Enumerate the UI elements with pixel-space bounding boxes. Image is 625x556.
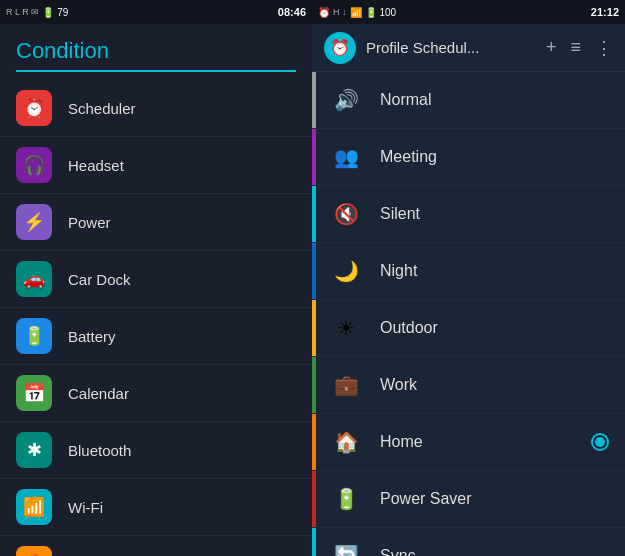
sync-label: Sync	[380, 547, 609, 556]
menu-item-scheduler[interactable]: ⏰ Scheduler	[0, 80, 312, 137]
power-saver-label: Power Saver	[380, 490, 609, 508]
sync-accent	[312, 528, 316, 556]
wifi-icon: 📶	[16, 489, 52, 525]
profile-item-outdoor[interactable]: ☀ Outdoor	[312, 300, 625, 357]
condition-divider	[16, 70, 296, 72]
profile-item-home[interactable]: 🏠 Home	[312, 414, 625, 471]
silent-icon: 🔇	[328, 196, 364, 232]
calendar-icon: 📅	[16, 375, 52, 411]
more-menu-button[interactable]: ⋮	[595, 37, 613, 59]
profile-item-power-saver[interactable]: 🔋 Power Saver	[312, 471, 625, 528]
outdoor-accent	[312, 300, 316, 356]
battery-icon-left: 🔋	[42, 7, 54, 18]
profile-item-normal[interactable]: 🔊 Normal	[312, 72, 625, 129]
work-accent	[312, 357, 316, 413]
outdoor-icon: ☀	[328, 310, 364, 346]
status-icons-right: ⏰ H ↓ 📶 🔋 100	[318, 7, 396, 18]
night-accent	[312, 243, 316, 299]
menu-list: ⏰ Scheduler 🎧 Headset ⚡ Power 🚗 Car Dock…	[0, 80, 312, 556]
battery-level-right: 100	[380, 7, 397, 18]
meeting-label: Meeting	[380, 148, 609, 166]
menu-item-headset[interactable]: 🎧 Headset	[0, 137, 312, 194]
clock-icon: ⏰	[330, 38, 350, 57]
left-panel: R L R ✉ 🔋 79 08:46 Condition ⏰ Scheduler…	[0, 0, 312, 556]
battery-icon: 🔋	[16, 318, 52, 354]
signal-icon: 📶	[350, 7, 362, 18]
car-dock-icon: 🚗	[16, 261, 52, 297]
outdoor-label: Outdoor	[380, 319, 609, 337]
status-icons-left: R L R ✉ 🔋 79	[6, 7, 68, 18]
normal-icon: 🔊	[328, 82, 364, 118]
location-icon: 📍	[16, 546, 52, 556]
power-icon: ⚡	[16, 204, 52, 240]
normal-label: Normal	[380, 91, 609, 109]
status-bar-right: ⏰ H ↓ 📶 🔋 100 21:12	[312, 0, 625, 24]
night-label: Night	[380, 262, 609, 280]
menu-item-location[interactable]: 📍 Location	[0, 536, 312, 556]
wifi-label: Wi-Fi	[68, 499, 103, 516]
bluetooth-icon: ✱	[16, 432, 52, 468]
time-left: 08:46	[278, 6, 306, 18]
toolbar-actions: + ≡ ⋮	[546, 37, 613, 59]
silent-accent	[312, 186, 316, 242]
headset-icon: 🎧	[16, 147, 52, 183]
battery-icon-right: 🔋	[365, 7, 377, 18]
right-panel: ⏰ H ↓ 📶 🔋 100 21:12 ⏰ Profile Schedul...…	[312, 0, 625, 556]
power-label: Power	[68, 214, 111, 231]
toolbar: ⏰ Profile Schedul... + ≡ ⋮	[312, 24, 625, 72]
profile-item-sync[interactable]: 🔄 Sync	[312, 528, 625, 556]
scheduler-label: Scheduler	[68, 100, 136, 117]
battery-label: Battery	[68, 328, 116, 345]
headset-label: Headset	[68, 157, 124, 174]
menu-item-battery[interactable]: 🔋 Battery	[0, 308, 312, 365]
status-icons-text-right: H ↓	[333, 7, 347, 17]
menu-item-power[interactable]: ⚡ Power	[0, 194, 312, 251]
work-icon: 💼	[328, 367, 364, 403]
menu-item-car-dock[interactable]: 🚗 Car Dock	[0, 251, 312, 308]
condition-title: Condition	[16, 38, 296, 64]
power-saver-accent	[312, 471, 316, 527]
work-label: Work	[380, 376, 609, 394]
calendar-label: Calendar	[68, 385, 129, 402]
normal-accent	[312, 72, 316, 128]
status-bar-left: R L R ✉ 🔋 79 08:46	[0, 0, 312, 24]
menu-item-calendar[interactable]: 📅 Calendar	[0, 365, 312, 422]
meeting-accent	[312, 129, 316, 185]
silent-label: Silent	[380, 205, 609, 223]
toolbar-app-icon: ⏰	[324, 32, 356, 64]
home-label: Home	[380, 433, 591, 451]
bluetooth-label: Bluetooth	[68, 442, 131, 459]
profile-item-meeting[interactable]: 👥 Meeting	[312, 129, 625, 186]
night-icon: 🌙	[328, 253, 364, 289]
list-view-button[interactable]: ≡	[570, 37, 581, 58]
home-icon: 🏠	[328, 424, 364, 460]
toolbar-title: Profile Schedul...	[366, 39, 546, 56]
time-right: 21:12	[591, 6, 619, 18]
sync-icon: 🔄	[328, 538, 364, 556]
home-radio	[591, 433, 609, 451]
condition-header: Condition	[0, 24, 312, 80]
add-button[interactable]: +	[546, 37, 557, 58]
profile-list: 🔊 Normal 👥 Meeting 🔇 Silent 🌙 Night ☀ Ou…	[312, 72, 625, 556]
alarm-icon: ⏰	[318, 7, 330, 18]
meeting-icon: 👥	[328, 139, 364, 175]
home-accent	[312, 414, 316, 470]
menu-item-wifi[interactable]: 📶 Wi-Fi	[0, 479, 312, 536]
status-icons-text: R L R ✉	[6, 7, 39, 17]
battery-level-left: 79	[57, 7, 68, 18]
profile-item-work[interactable]: 💼 Work	[312, 357, 625, 414]
scheduler-icon: ⏰	[16, 90, 52, 126]
menu-item-bluetooth[interactable]: ✱ Bluetooth	[0, 422, 312, 479]
power-saver-icon: 🔋	[328, 481, 364, 517]
profile-item-silent[interactable]: 🔇 Silent	[312, 186, 625, 243]
profile-item-night[interactable]: 🌙 Night	[312, 243, 625, 300]
car-dock-label: Car Dock	[68, 271, 131, 288]
